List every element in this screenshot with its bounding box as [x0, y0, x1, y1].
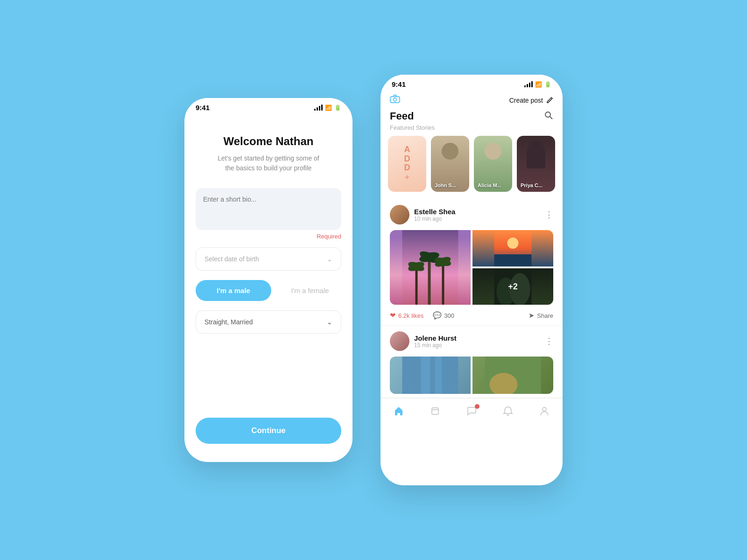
layers-icon	[430, 406, 440, 416]
blue-image	[390, 357, 471, 394]
share-button-estelle[interactable]: ➤ Share	[529, 311, 553, 320]
post-images-estelle: +2	[390, 230, 553, 305]
feed-phone: 9:41 📶 🔋 Create post	[381, 75, 563, 485]
jolene-image-1	[390, 357, 471, 394]
status-time-2: 9:41	[392, 80, 406, 88]
post-user-details: Estelle Shea 10 min ago	[414, 208, 455, 222]
post-images-jolene	[390, 357, 553, 394]
post-image-small-1	[472, 230, 553, 266]
female-button[interactable]: I'm a female	[279, 287, 341, 294]
more-overlay: +2	[472, 268, 553, 305]
chat-badge	[475, 404, 479, 409]
feed-title: Feed	[390, 110, 414, 122]
edit-icon	[546, 97, 553, 104]
likes-button-estelle[interactable]: ❤ 6.2k likes	[390, 311, 423, 320]
share-label-estelle: Share	[537, 312, 553, 319]
home-icon	[394, 406, 404, 416]
orientation-selector[interactable]: Straight, Married ⌄	[196, 310, 341, 334]
svg-rect-16	[494, 254, 532, 266]
svg-point-2	[545, 112, 550, 117]
battery-icon: 🔋	[334, 105, 341, 111]
status-time-1: 9:41	[196, 104, 210, 112]
signal-icon	[314, 105, 323, 111]
palm-tree-image	[390, 230, 471, 305]
post-user-estelle: Estelle Shea 10 min ago	[390, 205, 455, 224]
nav-bell-button[interactable]	[497, 404, 519, 421]
share-icon: ➤	[529, 311, 535, 320]
male-button[interactable]: I'm a male	[196, 280, 271, 301]
wifi-icon-2: 📶	[535, 81, 542, 88]
jolene-image-2	[472, 357, 553, 394]
status-icons-2: 📶 🔋	[524, 81, 551, 88]
comments-button-estelle[interactable]: 💬 300	[433, 311, 454, 320]
heart-icon: ❤	[390, 311, 396, 320]
person-icon	[539, 406, 550, 416]
post-user-jolene: Jolene Hurst 15 min ago	[390, 331, 457, 351]
feed-header: Create post	[381, 91, 563, 105]
svg-point-15	[507, 238, 519, 249]
svg-point-27	[543, 407, 546, 411]
nav-chat-button[interactable]	[461, 404, 482, 421]
bottom-nav	[381, 398, 563, 430]
orientation-value: Straight, Married	[204, 318, 253, 326]
welcome-subtitle: Let's get started by getting some of the…	[212, 154, 324, 173]
more-options-button-jolene[interactable]: ⋮	[545, 336, 553, 346]
svg-point-1	[394, 98, 397, 101]
nav-profile-button[interactable]	[534, 404, 555, 421]
gender-selection: I'm a male I'm a female	[196, 280, 341, 301]
story-add-letter-d1: D	[404, 154, 410, 164]
dob-label: Select date of birth	[204, 255, 259, 263]
story-add-letter-a: A	[404, 145, 410, 154]
nav-home-button[interactable]	[388, 404, 409, 421]
post-actions-estelle: ❤ 6.2k likes 💬 300 ➤ Share	[390, 309, 553, 322]
svg-rect-26	[432, 410, 438, 414]
post-image-main	[390, 230, 471, 305]
story-name-priya: Priya C...	[521, 182, 543, 188]
post-user-details-jolene: Jolene Hurst 15 min ago	[414, 334, 457, 349]
story-name-john: John S...	[435, 182, 456, 188]
create-post-button[interactable]: Create post	[509, 97, 553, 104]
svg-rect-21	[421, 357, 430, 394]
avatar-jolene	[390, 331, 409, 351]
battery-icon-2: 🔋	[544, 81, 551, 88]
svg-rect-7	[442, 263, 444, 305]
post-header-jolene: Jolene Hurst 15 min ago ⋮	[390, 331, 553, 351]
wifi-icon: 📶	[325, 105, 332, 111]
required-label: Required	[317, 233, 341, 240]
camera-button[interactable]	[390, 95, 400, 105]
story-alicia[interactable]: Alicia M...	[474, 136, 512, 192]
story-priya[interactable]: Priya C...	[517, 136, 555, 192]
story-hair	[527, 140, 545, 168]
story-add-plus-icon: +	[405, 173, 410, 182]
dob-selector[interactable]: Select date of birth ⌄	[196, 247, 341, 271]
sunset-image	[472, 230, 553, 266]
status-bar-2: 9:41 📶 🔋	[381, 75, 563, 91]
continue-button[interactable]: Continue	[196, 418, 341, 444]
svg-rect-5	[416, 267, 418, 305]
bell-icon	[503, 406, 513, 416]
more-options-button-estelle[interactable]: ⋮	[545, 210, 553, 220]
feed-title-row: Feed	[381, 105, 563, 124]
story-add-card[interactable]: A D D +	[388, 136, 426, 192]
camera-icon	[390, 95, 400, 103]
post-jolene: Jolene Hurst 15 min ago ⋮	[381, 326, 563, 398]
more-count: +2	[508, 282, 518, 292]
search-button[interactable]	[544, 111, 553, 122]
post-header-estelle: Estelle Shea 10 min ago ⋮	[390, 205, 553, 224]
story-john[interactable]: John S...	[431, 136, 469, 192]
chevron-down-icon-2: ⌄	[327, 318, 332, 326]
comments-count-estelle: 300	[444, 312, 454, 319]
profile-setup-content: Welcome Nathan Let's get started by gett…	[184, 114, 352, 458]
welcome-title: Welcome Nathan	[224, 135, 314, 148]
svg-rect-6	[428, 258, 431, 305]
featured-label: Featured Stories	[381, 124, 563, 136]
signal-icon-2	[524, 82, 533, 87]
likes-count-estelle: 6.2k likes	[398, 312, 423, 319]
bio-input[interactable]	[196, 188, 341, 230]
story-avatar	[442, 143, 458, 160]
post-username-estelle: Estelle Shea	[414, 208, 455, 216]
nav-layers-button[interactable]	[424, 404, 446, 421]
post-time-estelle: 10 min ago	[414, 216, 455, 222]
post-time-jolene: 15 min ago	[414, 342, 457, 349]
create-post-label: Create post	[509, 97, 543, 104]
